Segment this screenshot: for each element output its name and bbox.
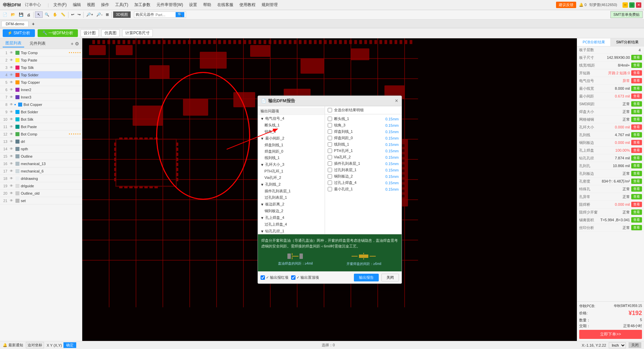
tree-item[interactable]: PTH孔环_1: [258, 168, 325, 174]
layer-row[interactable]: 19 👁 drlguide: [0, 182, 82, 190]
layer-eye-toggle[interactable]: 👁: [9, 124, 14, 129]
layer-eye-toggle[interactable]: 👁: [9, 87, 14, 92]
menu-settings[interactable]: 设置: [188, 1, 198, 9]
suggest-btn[interactable]: 建议反馈: [556, 2, 576, 8]
panel-tab-layers[interactable]: 图层列表: [3, 40, 24, 47]
dfm-analysis-btn[interactable]: 🔧 一键DFM分析: [38, 29, 78, 37]
tree-section-header[interactable]: ▼ 最小间距_2: [258, 135, 325, 142]
prop-query-btn[interactable]: 查看: [631, 155, 642, 161]
view-3d-btn[interactable]: 3D视图: [113, 11, 131, 18]
prop-query-btn[interactable]: 查看: [631, 86, 642, 91]
tree-item[interactable]: 焊盘到线_1: [258, 142, 325, 148]
tree-section-header[interactable]: ▼ 孔上焊盘_4: [258, 214, 325, 221]
tool-select[interactable]: ↖: [35, 11, 43, 18]
menu-rules[interactable]: 规则管理: [261, 1, 278, 9]
tree-item[interactable]: 锐角_3: [258, 128, 325, 135]
check-item-checkbox[interactable]: [328, 174, 332, 179]
layer-eye-toggle[interactable]: 👁: [9, 109, 14, 115]
check-item-checkbox[interactable]: [328, 168, 332, 172]
layer-row[interactable]: 12 👁 Bot Comp • • • • • •: [0, 130, 82, 138]
smt-analysis-btn[interactable]: ⚡ SMT分析: [3, 29, 35, 37]
tool-zoom-in[interactable]: 🔎+: [85, 12, 94, 17]
tree-item[interactable]: 过孔到表层_1: [258, 194, 325, 201]
panel-settings-btn[interactable]: ⚙: [75, 41, 79, 46]
prop-query-btn[interactable]: 查看: [631, 171, 642, 176]
tree-item[interactable]: 线到线_1: [258, 155, 325, 161]
layer-eye-toggle[interactable]: 👁: [9, 117, 14, 122]
tree-section-header[interactable]: ▼ 钻孔孔径_1: [258, 228, 325, 234]
output-red-checkbox[interactable]: [261, 275, 265, 280]
layer-eye-toggle[interactable]: 👁: [9, 161, 14, 166]
buy-parts-search-btn[interactable]: 🔍: [176, 12, 184, 17]
layer-eye-toggle[interactable]: 👁: [9, 102, 14, 107]
canvas-area[interactable]: 📄 输出DFM报告 × 输出问题项: [82, 38, 577, 341]
layer-row[interactable]: 17 👁 mechanical_6: [0, 167, 82, 175]
tree-section-header[interactable]: ▼ 孔到线_2: [258, 181, 325, 188]
layer-row[interactable]: 6 👁 Inner2: [0, 86, 82, 93]
tree-section-header[interactable]: ▼ 电气信号_4: [258, 115, 325, 122]
layer-row[interactable]: 7 👁 Inner3: [0, 93, 82, 101]
layer-row[interactable]: 4 👁 Top Solder: [0, 71, 82, 79]
check-item-checkbox[interactable]: [328, 149, 332, 153]
prop-query-btn[interactable]: 查看: [631, 148, 642, 153]
tree-item[interactable]: 铜到板边_2: [258, 208, 325, 214]
layer-row[interactable]: 5 👁 Top Copper: [0, 79, 82, 86]
tool-undo[interactable]: ↩: [70, 12, 76, 17]
layer-row[interactable]: 2 👁 Top Paste: [0, 56, 82, 64]
tab-pcb-results[interactable]: PCB分析结果: [577, 38, 611, 46]
layer-row[interactable]: 1 👁 Top Comp • • • • • •: [0, 49, 82, 56]
prop-query-btn[interactable]: 查看: [631, 70, 642, 76]
layer-row[interactable]: 13 👁 drl: [0, 138, 82, 145]
layer-eye-toggle[interactable]: 👁: [9, 65, 14, 70]
tool-open[interactable]: 📂: [9, 12, 17, 17]
layer-row[interactable]: 8 👁 ● Bot Copper: [0, 101, 82, 108]
prop-query-btn[interactable]: 查看: [631, 132, 642, 138]
layer-row[interactable]: 18 👁 drldrawing: [0, 175, 82, 182]
layer-eye-toggle[interactable]: 👁: [9, 139, 14, 144]
panel-add-btn[interactable]: +: [71, 41, 74, 46]
prop-query-btn[interactable]: 查看: [631, 109, 642, 114]
snap-btn[interactable]: 迫对坐标: [26, 342, 44, 348]
menu-component[interactable]: 元件率管理(W): [156, 1, 184, 9]
menu-view[interactable]: 视图: [86, 1, 96, 9]
layer-eye-toggle[interactable]: 👁: [9, 94, 14, 100]
tree-item[interactable]: 焊盘间距_0: [258, 148, 325, 155]
check-item-checkbox[interactable]: [328, 129, 332, 134]
win-close-btn[interactable]: ✕: [636, 2, 641, 8]
check-item-checkbox[interactable]: [328, 142, 332, 147]
menu-process[interactable]: 加工参数: [134, 1, 151, 9]
tree-item[interactable]: 断头线_1: [258, 122, 325, 128]
menu-edit[interactable]: 编辑: [72, 1, 82, 9]
layer-row[interactable]: 11 👁 Bot Paste: [0, 123, 82, 130]
prop-query-btn[interactable]: 查看: [631, 186, 642, 192]
prop-query-btn[interactable]: 查看: [631, 101, 642, 107]
layer-eye-toggle[interactable]: 👁: [9, 168, 14, 174]
check-item-checkbox[interactable]: [328, 136, 332, 140]
tree-section-header[interactable]: ▼ 孔环大小_3: [258, 161, 325, 168]
win-max-btn[interactable]: □: [629, 2, 635, 8]
layer-row[interactable]: 9 👁 Bot Solder: [0, 108, 82, 116]
check-item-checkbox[interactable]: [328, 181, 332, 185]
prop-query-btn[interactable]: 查看: [631, 63, 642, 68]
check-item-checkbox[interactable]: [328, 161, 332, 166]
design-tab-btn[interactable]: 设计图: [81, 29, 99, 37]
buy-now-btn[interactable]: 立即下单>>: [579, 330, 642, 339]
layer-eye-toggle[interactable]: 👁: [9, 80, 14, 85]
layer-eye-toggle[interactable]: 👁: [9, 154, 14, 159]
calc-pcb-btn[interactable]: 计算PCB尺寸: [122, 29, 153, 37]
tree-section-header[interactable]: ▼ 板边距离_2: [258, 201, 325, 208]
check-item-checkbox[interactable]: [328, 155, 332, 159]
latest-news-btn[interactable]: 🔔 最新通知: [3, 343, 23, 348]
prop-query-btn[interactable]: 查看: [631, 194, 642, 199]
prop-query-btn[interactable]: 查看: [631, 225, 642, 230]
check-item-checkbox[interactable]: [328, 123, 332, 127]
simulation-tab-btn[interactable]: 仿真图: [101, 29, 120, 37]
layer-eye-toggle[interactable]: 👁: [9, 183, 14, 189]
tool-zoom-out[interactable]: 🔎-: [95, 12, 104, 17]
tool-print[interactable]: 🖨: [26, 12, 32, 17]
layer-eye-toggle[interactable]: 👁: [9, 176, 14, 181]
tree-item[interactable]: Via孔环_2: [258, 174, 325, 181]
layer-eye-toggle[interactable]: 👁: [9, 57, 14, 63]
buy-parts-input[interactable]: [155, 13, 176, 17]
check-item-checkbox[interactable]: [328, 187, 332, 191]
